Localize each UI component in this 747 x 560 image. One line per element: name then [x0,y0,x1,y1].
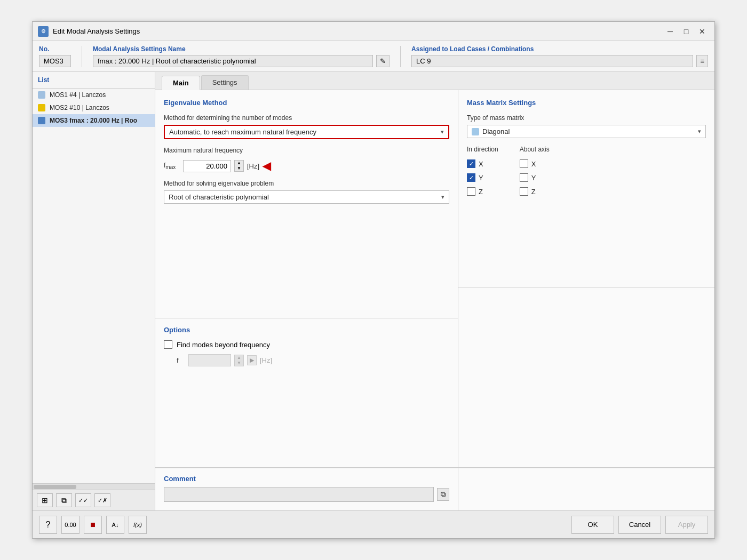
method-field-label: Method for determining the number of mod… [164,114,449,122]
fmax-spinners[interactable]: ▲ ▼ [234,160,244,172]
calculator-button[interactable]: 0.00 [61,516,80,534]
x-dir-row: ✓ X [467,157,498,170]
mass-type-dropdown[interactable]: Diagonal ▾ [467,125,706,138]
fmax-unit: [Hz] [247,162,259,170]
no-value: MOS3 [39,55,71,67]
name-label: Modal Analysis Settings Name [93,45,390,53]
y-axis-checkbox[interactable] [520,173,528,182]
scrollbar-thumb [34,485,76,489]
sidebar-copy-button[interactable]: ⧉ [56,493,72,507]
apply-button[interactable]: Apply [665,516,708,534]
mos3-dot [38,117,45,124]
find-modes-row: Find modes beyond frequency [164,340,449,349]
f-label: f [177,356,185,364]
x-dir-checkbox[interactable]: ✓ [467,159,475,168]
lc-list-button[interactable]: ≡ [696,55,708,67]
f-arrow-btn: ▶ [247,355,257,365]
y-dir-row: ✓ Y [467,171,498,184]
z-axis-checkbox[interactable] [520,187,528,196]
in-direction-col: In direction ✓ X ✓ [467,146,498,198]
eigenvalue-heading: Eigenvalue Method [164,99,449,107]
x-dir-check: ✓ [469,161,474,167]
tab-settings[interactable]: Settings [201,75,249,90]
fmax-up-button[interactable]: ▲ [235,161,243,166]
header-row: No. MOS3 Modal Analysis Settings Name fm… [33,41,714,72]
axis-label: About axis [520,146,550,153]
header-no-col: No. MOS3 [39,45,71,67]
help-button[interactable]: ? [39,516,57,534]
direction-row: In direction ✓ X ✓ [467,146,706,198]
mos2-dot [38,104,45,111]
f-down-btn: ▼ [235,361,243,366]
fmax-sub: max [165,164,176,170]
fx-button[interactable]: f(x) [129,516,147,534]
sidebar-item-mos2[interactable]: MOS2 #10 | Lanczos [33,101,155,114]
maximize-button[interactable]: □ [679,26,693,37]
y-dir-check: ✓ [469,175,474,181]
direction-label: In direction [467,146,498,153]
options-heading: Options [164,326,449,334]
comment-heading: Comment [164,475,449,483]
about-axis-col: About axis X [520,146,550,198]
cancel-button[interactable]: Cancel [618,516,661,534]
mass-matrix-section: Mass Matrix Settings Type of mass matrix… [458,90,714,287]
lc-input-row: LC 9 ≡ [411,55,708,67]
edit-name-button[interactable]: ✎ [376,55,390,67]
minimize-button[interactable]: ─ [663,26,677,37]
z-dir-checkbox[interactable] [467,187,475,196]
sidebar-del-button[interactable]: ✓✗ [94,493,110,507]
lc-label: Assigned to Load Cases / Combinations [411,45,708,53]
bottom-left: ? 0.00 ■ A↓ f(x) [39,516,147,534]
y-dir-label: Y [479,174,483,182]
method-dropdown-arrow: ▾ [441,129,444,135]
comment-copy-button[interactable]: ⧉ [437,488,449,501]
sidebar-item-mos1[interactable]: MOS1 #4 | Lanczos [33,89,155,101]
comment-input[interactable] [164,487,434,502]
right-options-empty [458,287,714,468]
fmax-input[interactable] [183,160,231,172]
right-panel: Main Settings Eigenvalue Method Method f… [155,72,714,510]
mos3-label: MOS3 fmax : 20.000 Hz | Roo [50,117,137,124]
arrow-indicator: ◀ [263,159,271,172]
sidebar-item-mos3[interactable]: MOS3 fmax : 20.000 Hz | Roo [33,114,155,127]
freq-row: fmax ▲ ▼ [Hz] ◀ [164,159,449,172]
right-comment-empty [458,468,714,510]
find-modes-label: Find modes beyond frequency [177,341,270,349]
x-axis-checkbox[interactable] [520,159,528,168]
sidebar-footer: ⊞ ⧉ ✓✓ ✓✗ [33,490,155,510]
ok-button[interactable]: OK [571,516,614,534]
sidebar-add-button[interactable]: ⊞ [37,493,53,507]
name-value: fmax : 20.000 Hz | Root of characteristi… [93,55,373,67]
find-modes-checkbox[interactable] [164,340,172,349]
main-content: List MOS1 #4 | Lanczos MOS2 #10 | Lanczo… [33,72,714,510]
name-input-row: fmax : 20.000 Hz | Root of characteristi… [93,55,390,67]
options-section: Options Find modes beyond frequency f [155,318,458,468]
y-dir-checkbox[interactable]: ✓ [467,173,475,182]
sidebar-ok-button[interactable]: ✓✓ [75,493,91,507]
sidebar-list: MOS1 #4 | Lanczos MOS2 #10 | Lanczos MOS… [33,89,155,483]
header-separator [82,46,82,67]
stop-button[interactable]: ■ [84,516,102,534]
header-lc-col: Assigned to Load Cases / Combinations LC… [411,45,708,67]
solve-dropdown[interactable]: Root of characteristic polynomial ▾ [164,190,449,204]
f-unit: [Hz] [260,356,272,364]
mass-type-label: Type of mass matrix [467,114,706,122]
z-axis-label: Z [531,188,536,196]
method-dropdown[interactable]: Automatic, to reach maximum natural freq… [164,125,449,139]
close-button[interactable]: ✕ [695,26,709,37]
fmax-label: fmax [164,162,180,170]
header-name-col: Modal Analysis Settings Name fmax : 20.0… [93,45,390,67]
az-button[interactable]: A↓ [106,516,124,534]
tab-main[interactable]: Main [162,76,200,90]
titlebar: ⚙ Edit Modal Analysis Settings ─ □ ✕ [33,22,714,41]
sidebar-scrollbar[interactable] [33,483,155,490]
bottom-bar: ? 0.00 ■ A↓ f(x) OK Cancel Apply [33,510,714,538]
y-axis-label: Y [531,174,536,182]
sidebar-header: List [33,72,155,89]
window-title: Edit Modal Analysis Settings [53,27,140,35]
mos2-label: MOS2 #10 | Lanczos [50,104,109,111]
mass-type-icon [472,128,479,135]
eigenvalue-section: Eigenvalue Method Method for determining… [155,90,458,318]
fmax-down-button[interactable]: ▼ [235,166,243,171]
tabs-bar: Main Settings [155,72,714,90]
